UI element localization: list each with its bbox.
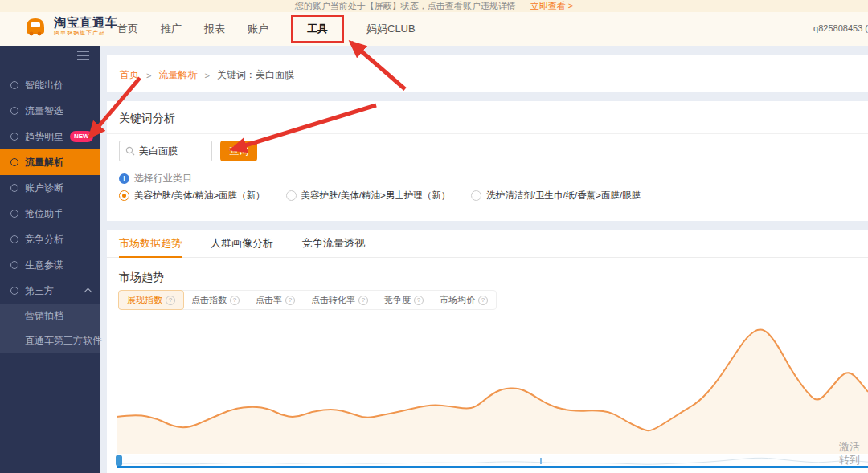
panel-title: 关键词分析: [107, 101, 868, 126]
circle-icon: [10, 235, 18, 243]
metric-label: 展现指数: [127, 294, 162, 306]
keyword-panel: 关键词分析 查询 i 选择行业类目 美容护肤/美体/精油>面膜（新）美容护肤/美…: [107, 101, 868, 221]
nav-item[interactable]: 报表: [204, 22, 225, 36]
category-hint-row: i 选择行业类目: [119, 172, 192, 186]
sidebar-item[interactable]: 账户诊断: [0, 175, 100, 201]
main-nav: 首页推广报表账户工具妈妈CLUB: [117, 12, 416, 46]
nav-item-tools[interactable]: 工具: [291, 15, 344, 43]
sidebar-list: 智能出价流量智选趋势明星NEW流量解析账户诊断抢位助手竞争分析生意参谋第三方: [0, 72, 100, 304]
notice-bar: 您的账户当前处于【屏蔽】状态，点击查看账户违规详情 立即查看 >: [0, 0, 868, 12]
chart-canvas[interactable]: [117, 313, 868, 454]
metric-item[interactable]: 点击转化率?: [303, 291, 376, 309]
sidebar-submenu: 营销拍档直通车第三方软件: [0, 304, 100, 353]
breadcrumb-link[interactable]: 首页: [120, 68, 139, 82]
sidebar-item[interactable]: 竞争分析: [0, 226, 100, 252]
nav-item[interactable]: 推广: [161, 22, 182, 36]
search-row: 查询: [119, 141, 257, 161]
sidebar-submenu-item[interactable]: 营销拍档: [0, 304, 100, 328]
metric-item-active[interactable]: 展现指数?: [118, 290, 184, 310]
help-icon[interactable]: ?: [230, 296, 240, 305]
panel-divider: [107, 133, 868, 134]
page: { "colors":{ "accent":"#f08200","red":"#…: [0, 0, 868, 473]
breadcrumb-current: 关键词：美白面膜: [217, 68, 294, 82]
query-button[interactable]: 查询: [220, 141, 257, 161]
train-icon: [23, 15, 48, 37]
tab[interactable]: 竞争流量透视: [302, 230, 365, 258]
section-title: 市场趋势: [119, 271, 164, 285]
collapse-menu-icon[interactable]: [77, 55, 89, 56]
brand-logo[interactable]: 淘宝直通车 阿里妈妈旗下产品: [23, 15, 118, 37]
brand-tagline: 阿里妈妈旗下产品: [54, 30, 118, 36]
brand-name: 淘宝直通车: [54, 16, 118, 30]
circle-icon: [10, 184, 18, 192]
notice-link[interactable]: 立即查看 >: [530, 0, 573, 12]
sidebar-item-label: 竞争分析: [25, 233, 63, 247]
metric-label: 竞争度: [384, 294, 411, 306]
watermark-line1: 激活: [839, 441, 860, 454]
slider-center-tick: [540, 458, 542, 464]
radio-circle[interactable]: [471, 190, 481, 201]
radio-label: 美容护肤/美体/精油>男士护理（新）: [301, 190, 451, 202]
metric-label: 市场均价: [440, 294, 475, 306]
circle-icon: [10, 210, 18, 218]
sidebar-item-label: 账户诊断: [25, 181, 63, 195]
category-radio-group: 美容护肤/美体/精油>面膜（新）美容护肤/美体/精油>男士护理（新）洗护清洁剂/…: [119, 190, 641, 202]
sidebar-submenu-item[interactable]: 直通车第三方软件: [0, 328, 100, 353]
sidebar-item-label: 第三方: [25, 284, 54, 298]
metric-label: 点击率: [256, 294, 282, 306]
sidebar-item-label: 生意参谋: [25, 259, 63, 272]
watermark: 激活 转到: [839, 441, 860, 467]
sidebar-item-label: 智能出价: [25, 79, 63, 92]
keyword-search-input[interactable]: [139, 145, 203, 157]
tab-active[interactable]: 市场数据趋势: [119, 230, 182, 258]
app-header: 淘宝直通车 阿里妈妈旗下产品 首页推广报表账户工具妈妈CLUB q8258084…: [0, 12, 868, 46]
chart-area-fill: [117, 329, 868, 454]
radio-circle[interactable]: [286, 190, 297, 201]
tab[interactable]: 人群画像分析: [211, 230, 273, 258]
notice-text: 您的账户当前处于【屏蔽】状态，点击查看账户违规详情: [295, 0, 516, 12]
slider-left-handle[interactable]: [116, 455, 122, 466]
sidebar-item[interactable]: 生意参谋: [0, 252, 100, 278]
help-icon[interactable]: ?: [358, 296, 368, 305]
search-box[interactable]: [119, 141, 212, 161]
trend-chart[interactable]: [117, 313, 868, 454]
breadcrumb: 首页>流量解析>关键词：美白面膜: [107, 55, 868, 82]
breadcrumb-separator: >: [146, 71, 151, 80]
metric-label: 点击指数: [191, 294, 227, 306]
sidebar-item[interactable]: 流量智选: [0, 98, 100, 124]
market-card: 市场数据趋势人群画像分析竞争流量透视 市场趋势 展现指数?点击指数?点击率?点击…: [107, 230, 868, 473]
sidebar-item[interactable]: 智能出价: [0, 72, 100, 98]
radio-circle[interactable]: [119, 190, 129, 201]
metric-item[interactable]: 竞争度?: [376, 291, 432, 309]
account-id[interactable]: q825808453 (: [813, 23, 868, 33]
nav-item[interactable]: 首页: [117, 22, 138, 36]
chevron-up-icon: [84, 288, 92, 296]
nav-item[interactable]: 账户: [248, 22, 268, 36]
circle-icon: [10, 158, 18, 166]
circle-icon: [10, 261, 18, 269]
circle-icon: [10, 133, 18, 141]
radio-label: 洗护清洁剂/卫生巾/纸/香薰>面膜/眼膜: [486, 190, 641, 202]
nav-item[interactable]: 妈妈CLUB: [366, 22, 416, 36]
sidebar-item-active[interactable]: 流量解析: [0, 149, 100, 175]
datazoom-slider[interactable]: [117, 455, 868, 467]
metric-bar: 展现指数?点击指数?点击率?点击转化率?竞争度?市场均价?: [118, 290, 497, 310]
new-badge: NEW: [70, 131, 93, 141]
help-icon[interactable]: ?: [478, 296, 488, 305]
sidebar-item-label: 流量智选: [25, 104, 63, 118]
help-icon[interactable]: ?: [166, 296, 175, 305]
radio-option[interactable]: 美容护肤/美体/精油>男士护理（新）: [286, 190, 451, 202]
metric-item[interactable]: 点击指数?: [183, 291, 248, 309]
sidebar-item[interactable]: 趋势明星NEW: [0, 124, 100, 149]
breadcrumb-link[interactable]: 流量解析: [158, 68, 197, 82]
sidebar-item-label: 抢位助手: [25, 207, 63, 221]
sidebar-item[interactable]: 第三方: [0, 278, 100, 304]
slider-selected-bar[interactable]: [117, 466, 868, 468]
radio-option[interactable]: 美容护肤/美体/精油>面膜（新）: [119, 190, 265, 202]
radio-option[interactable]: 洗护清洁剂/卫生巾/纸/香薰>面膜/眼膜: [471, 190, 641, 202]
help-icon[interactable]: ?: [414, 296, 424, 305]
sidebar-item[interactable]: 抢位助手: [0, 201, 100, 226]
metric-item[interactable]: 市场均价?: [432, 291, 496, 309]
metric-item[interactable]: 点击率?: [248, 291, 303, 309]
help-icon[interactable]: ?: [285, 296, 295, 305]
